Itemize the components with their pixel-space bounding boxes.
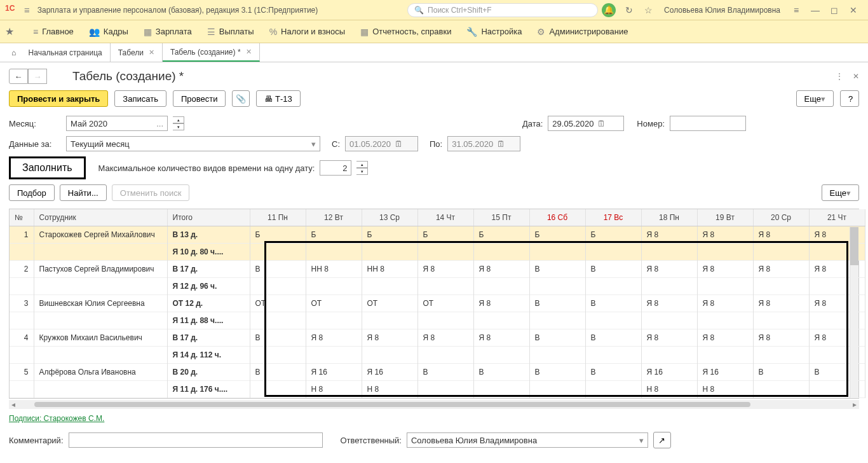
cell-day[interactable] [306, 347, 362, 364]
save-button[interactable]: Записать [114, 90, 166, 107]
cell-day[interactable] [753, 244, 809, 261]
table-row[interactable]: 1 Старокожев Сергей Михайлович В 13 д.ББ… [10, 226, 865, 244]
col-d21[interactable]: 21 Чт [809, 209, 865, 226]
cell-employee[interactable]: Алфёрова Ольга Ивановна [34, 364, 167, 381]
cell-day[interactable] [362, 278, 417, 295]
menu-main[interactable]: ≡Главное [33, 27, 74, 37]
cell-day[interactable]: Я 8 [753, 329, 809, 347]
cell-day[interactable] [641, 347, 697, 364]
col-d18[interactable]: 18 Пн [641, 209, 697, 226]
col-total[interactable]: Итого [167, 209, 250, 226]
close-window-icon[interactable]: ✕ [846, 5, 860, 15]
cell-day[interactable]: Я 8 [641, 226, 697, 244]
open-responsible-button[interactable]: ↗ [653, 432, 671, 448]
cell-day[interactable]: Я 16 [362, 364, 417, 381]
cell-total-sub[interactable]: Я 11 д. 176 ч.... [167, 381, 250, 398]
cell-total[interactable]: В 13 д. [167, 226, 250, 244]
menu-taxes[interactable]: %Налоги и взносы [269, 27, 346, 37]
cell-day[interactable]: Я 8 [697, 329, 753, 347]
cell-day[interactable]: Я 8 [641, 261, 697, 278]
tab-home[interactable]: ⌂ Начальная страница [4, 43, 111, 62]
cell-day[interactable] [417, 278, 473, 295]
cell-day[interactable] [417, 381, 473, 398]
notifications-icon[interactable]: 🔔 [602, 3, 616, 17]
cell-day[interactable] [250, 347, 306, 364]
fill-button[interactable]: Заполнить [9, 156, 86, 179]
cell-day[interactable]: Я 8 [641, 329, 697, 347]
col-d19[interactable]: 19 Вт [697, 209, 753, 226]
chevron-down-icon[interactable]: ▾ [308, 139, 316, 149]
cell-day[interactable] [362, 347, 417, 364]
table-more-button[interactable]: Еще [822, 184, 859, 201]
attach-button[interactable]: 📎 [232, 90, 250, 107]
table-row-sub[interactable]: Я 10 д. 80 ч.... [10, 244, 865, 261]
cell-day[interactable]: Я 16 [641, 364, 697, 381]
cell-day[interactable]: Я 16 [697, 364, 753, 381]
more-button[interactable]: Еще [796, 90, 834, 107]
signature-link[interactable]: Подписи: Старокожев С.М. [9, 414, 104, 423]
cell-day[interactable] [697, 278, 753, 295]
cell-day[interactable]: В [250, 261, 306, 278]
scroll-thumb[interactable] [850, 227, 858, 265]
cell-day[interactable] [362, 244, 417, 261]
col-num[interactable]: № [10, 209, 34, 226]
cell-day[interactable]: Я 8 [697, 261, 753, 278]
cell-day[interactable]: Б [473, 226, 529, 244]
cell-day[interactable] [250, 244, 306, 261]
col-d20[interactable]: 20 Ср [753, 209, 809, 226]
cell-day[interactable]: Я 8 [697, 226, 753, 244]
cell-day[interactable] [753, 347, 809, 364]
col-d11[interactable]: 11 Пн [250, 209, 306, 226]
tab-tabel-create[interactable]: Табель (создание) *✕ [163, 43, 260, 62]
cell-day[interactable] [473, 244, 529, 261]
table-row-sub[interactable]: Я 12 д. 96 ч. [10, 278, 865, 295]
cell-day[interactable]: В [585, 364, 641, 381]
cell-total-sub[interactable]: Я 10 д. 80 ч.... [167, 244, 250, 261]
cell-day[interactable] [697, 244, 753, 261]
cell-day[interactable] [585, 278, 641, 295]
cell-total[interactable]: ОТ 12 д. [167, 295, 250, 312]
cell-day[interactable] [585, 381, 641, 398]
chevron-down-icon[interactable]: ▾ [635, 436, 644, 445]
cell-day[interactable]: ОТ [250, 295, 306, 312]
horizontal-scrollbar[interactable]: ◂ ▸ [9, 400, 859, 409]
cell-day[interactable]: В [417, 364, 473, 381]
tab-tabeli[interactable]: Табели✕ [111, 43, 163, 62]
cell-day[interactable] [306, 278, 362, 295]
page-close-icon[interactable]: ✕ [853, 72, 859, 81]
number-input[interactable] [670, 116, 746, 131]
cell-day[interactable] [473, 347, 529, 364]
col-d17[interactable]: 17 Вс [585, 209, 641, 226]
cell-total-sub[interactable]: Я 14 д. 112 ч. [167, 347, 250, 364]
cell-day[interactable] [473, 381, 529, 398]
cell-day[interactable]: Я 8 [641, 295, 697, 312]
cell-day[interactable]: Н 8 [306, 381, 362, 398]
cell-day[interactable]: Н 8 [362, 381, 417, 398]
cell-day[interactable]: В [585, 295, 641, 312]
cell-day[interactable]: В [585, 329, 641, 347]
table-row[interactable]: 4 Кружков Михаил Васильевич В 17 д.ВЯ 8Я… [10, 329, 865, 347]
cell-day[interactable] [753, 278, 809, 295]
cell-day[interactable] [473, 312, 529, 329]
col-employee[interactable]: Сотрудник [34, 209, 167, 226]
cell-day[interactable] [529, 381, 585, 398]
cell-day[interactable]: В [473, 364, 529, 381]
cell-day[interactable]: ОТ [362, 295, 417, 312]
scroll-thumb[interactable] [34, 402, 750, 407]
cell-day[interactable]: Н 8 [697, 381, 753, 398]
cell-total-sub[interactable]: Я 11 д. 88 ч.... [167, 312, 250, 329]
cell-day[interactable] [529, 312, 585, 329]
max-types-input[interactable]: 2 [320, 160, 351, 176]
menu-star-icon[interactable]: ★ [5, 25, 18, 38]
calendar-icon[interactable]: 🗓 [597, 119, 606, 128]
cell-total[interactable]: В 17 д. [167, 329, 250, 347]
cell-day[interactable] [306, 312, 362, 329]
cell-day[interactable] [473, 278, 529, 295]
burger-icon[interactable]: ≡ [24, 4, 30, 15]
favorite-icon[interactable]: ☆ [641, 5, 655, 15]
table-row-sub[interactable]: Я 11 д. 88 ч.... [10, 312, 865, 329]
post-button[interactable]: Провести [173, 90, 226, 107]
table-row[interactable]: 3 Вишневская Юлия Сергеевна ОТ 12 д.ОТОТ… [10, 295, 865, 312]
cell-employee[interactable]: Старокожев Сергей Михайлович [34, 226, 167, 244]
cell-day[interactable]: В [585, 261, 641, 278]
